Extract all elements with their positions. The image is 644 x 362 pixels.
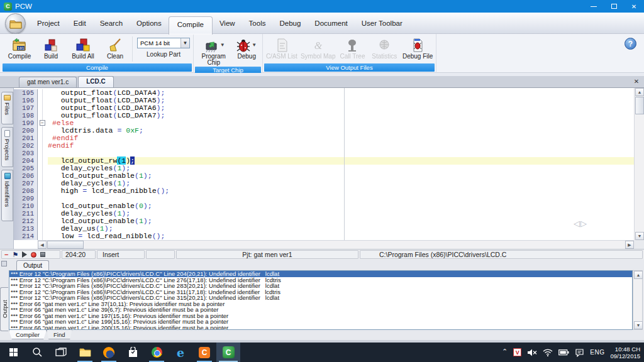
panel-grip-icon[interactable] xyxy=(1,261,7,266)
close-button[interactable]: ✕ xyxy=(624,0,644,13)
part-combobox[interactable]: PCM 14 bit ▼ xyxy=(137,38,190,48)
maximize-button[interactable] xyxy=(604,0,624,13)
compiler-tab[interactable]: Compiler xyxy=(9,330,47,339)
volume-muted-icon[interactable] xyxy=(527,348,537,357)
code-line[interactable]: 200 lcdtris.data = 0xF; xyxy=(14,127,634,134)
tray-chevron-up-icon[interactable]: ⌃ xyxy=(502,348,508,356)
sidebar-tab-projects[interactable]: Projects xyxy=(1,127,13,167)
menu-edit[interactable]: Edit xyxy=(67,16,93,30)
minimize-icon xyxy=(591,6,597,7)
code-line[interactable]: 202#endif xyxy=(14,142,634,150)
fold-collapse-icon[interactable]: − xyxy=(40,120,45,126)
system-tray: ⌃ V ENG 10:48 CH 09/12/2015 xyxy=(502,346,644,359)
line-number: 208 xyxy=(14,187,38,195)
menu-project[interactable]: Project xyxy=(30,16,67,30)
line-number: 198 xyxy=(14,112,38,119)
fold-column xyxy=(38,187,48,195)
symbol-map-button[interactable]: & Symbol Map xyxy=(299,35,337,63)
pcw-app-icon: C xyxy=(4,3,12,11)
battery-icon[interactable] xyxy=(558,349,569,356)
bug-icon xyxy=(236,37,250,53)
file-explorer-button[interactable] xyxy=(73,343,97,362)
menu-debug[interactable]: Debug xyxy=(272,16,308,30)
task-view-button[interactable] xyxy=(49,343,73,362)
clean-button[interactable]: Clean xyxy=(101,35,130,63)
error-row[interactable]: *** Error 66 "gat men ver1.c" Line 200(1… xyxy=(9,325,632,331)
scroll-up-icon[interactable]: ▲ xyxy=(634,271,643,279)
call-tree-button[interactable]: Call Tree xyxy=(337,35,369,63)
code-line[interactable]: 214 low = lcd_read_nibble(); xyxy=(14,233,634,240)
windows-store-button[interactable] xyxy=(121,343,145,362)
action-center-icon[interactable] xyxy=(575,348,584,357)
compile-button[interactable]: 101 Compile xyxy=(3,35,36,63)
chrome-button[interactable] xyxy=(145,343,169,362)
coccoc-button[interactable]: C xyxy=(192,343,216,362)
task-view-icon xyxy=(55,348,67,357)
menu-tools[interactable]: Tools xyxy=(242,16,273,30)
menu-view[interactable]: View xyxy=(213,16,242,30)
debug-file-button[interactable]: Debug File xyxy=(401,35,435,63)
stop-icon[interactable] xyxy=(40,252,45,257)
menu-compile[interactable]: Compile xyxy=(169,16,213,35)
start-button[interactable] xyxy=(1,343,25,362)
line-number: 196 xyxy=(14,97,38,104)
program-chip-button[interactable]: ▼ Program Chip xyxy=(195,35,232,66)
splitter-handle[interactable]: ◁▷ xyxy=(574,219,587,228)
code-text: lcdtris.data = 0xF; xyxy=(48,127,634,134)
run-icon[interactable] xyxy=(22,251,27,258)
find-tab[interactable]: Find xyxy=(47,330,72,339)
project-name: Pjt: gat men ver1 xyxy=(176,250,358,259)
chevron-down-icon[interactable]: ▼ xyxy=(180,38,189,48)
taskbar-search-button[interactable] xyxy=(25,343,49,362)
application-menu-button[interactable] xyxy=(5,13,26,34)
chevron-down-icon[interactable]: ▼ xyxy=(220,42,225,48)
scroll-thumb[interactable] xyxy=(47,241,84,249)
code-line[interactable]: 201 #endif xyxy=(14,134,634,142)
menu-search[interactable]: Search xyxy=(93,16,130,30)
scroll-down-icon[interactable]: ▼ xyxy=(634,321,643,329)
code-editor[interactable]: 195 output_float(LCD_DATA4);196 output_f… xyxy=(14,88,644,249)
casm-list-button[interactable]: C/ASM List xyxy=(264,35,299,63)
output-tab[interactable]: Output xyxy=(16,260,49,270)
record-icon[interactable] xyxy=(31,252,36,258)
menu-options[interactable]: Options xyxy=(130,16,169,30)
minimize-button[interactable] xyxy=(584,0,604,13)
tab-gat-men-ver1[interactable]: gat men ver1.c xyxy=(19,77,77,87)
remove-breakpoint-icon[interactable]: − xyxy=(4,251,8,258)
statistics-button[interactable]: Statistics xyxy=(368,35,401,63)
chevron-down-icon[interactable]: ▼ xyxy=(252,42,257,48)
help-button[interactable]: ? xyxy=(625,38,636,50)
pcw-taskbar-button[interactable]: C xyxy=(216,343,240,362)
edge-button[interactable]: e xyxy=(169,343,192,362)
taskbar-clock[interactable]: 10:48 CH 09/12/2015 xyxy=(610,346,640,359)
side-tabstrip: Files Projects Identifiers xyxy=(0,88,14,249)
firefox-button[interactable] xyxy=(97,343,121,362)
errorlist-scrollbar[interactable]: ▲ ▼ xyxy=(633,270,643,330)
language-indicator[interactable]: ENG xyxy=(590,349,604,356)
tray-v-app-icon[interactable]: V xyxy=(513,348,521,356)
sidebar-tab-identifiers[interactable]: Identifiers xyxy=(1,170,13,221)
menu-document[interactable]: Document xyxy=(308,16,354,30)
close-tab-icon[interactable]: ✕ xyxy=(633,78,640,85)
scroll-thumb[interactable] xyxy=(635,97,644,114)
scroll-right-icon[interactable]: ▶ xyxy=(625,241,634,249)
build-button[interactable]: Build xyxy=(36,35,65,63)
output-side-label[interactable]: Output xyxy=(0,287,8,331)
flag-icon[interactable]: ⚑ xyxy=(12,251,18,259)
sidebar-tab-files[interactable]: Files xyxy=(1,92,13,124)
tab-lcd-c[interactable]: LCD.C xyxy=(78,76,114,87)
editor-vertical-scrollbar[interactable]: ▲ ▼ xyxy=(634,88,644,240)
build-all-button[interactable]: Build All xyxy=(65,35,101,63)
fold-column xyxy=(38,104,48,112)
scroll-up-icon[interactable]: ▲ xyxy=(635,88,644,96)
scroll-left-icon[interactable]: ◀ xyxy=(38,241,47,249)
editor-horizontal-scrollbar[interactable]: ◀ ▶ xyxy=(38,240,634,249)
code-line[interactable]: 208 high = lcd_read_nibble(); xyxy=(14,187,634,195)
close-icon: ✕ xyxy=(631,3,636,10)
debug-button[interactable]: ▼ Debug xyxy=(232,35,261,66)
scroll-down-icon[interactable]: ▼ xyxy=(635,232,644,240)
code-line[interactable]: 198 output_float(LCD_DATA7); xyxy=(14,112,634,119)
wifi-icon[interactable] xyxy=(543,348,553,356)
fold-column[interactable]: − xyxy=(38,119,48,127)
menu-user-toolbar[interactable]: User Toolbar xyxy=(355,16,409,30)
